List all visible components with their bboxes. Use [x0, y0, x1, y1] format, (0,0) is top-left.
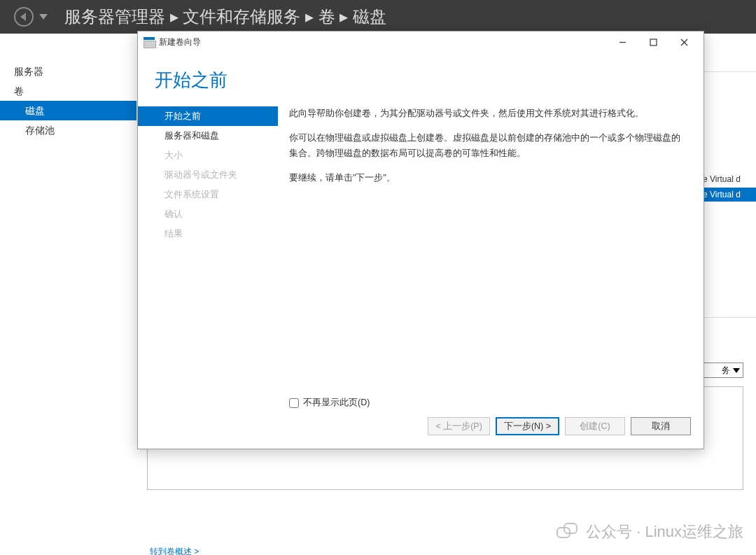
close-button[interactable]	[668, 32, 699, 52]
step-file-system: 文件系统设置	[138, 185, 278, 204]
create-button: 创建(C)	[565, 417, 625, 435]
sidebar-item-disks[interactable]: 磁盘	[0, 101, 136, 120]
step-before-you-begin[interactable]: 开始之前	[138, 106, 278, 126]
crumb-2[interactable]: 文件和存储服务	[183, 7, 300, 26]
history-dropdown-icon[interactable]	[39, 14, 48, 20]
maximize-button[interactable]	[638, 32, 668, 52]
cancel-button[interactable]: 取消	[631, 417, 691, 435]
next-button[interactable]: 下一步(N) >	[496, 417, 559, 435]
crumb-3[interactable]: 卷	[318, 7, 335, 26]
breadcrumb-bar: 服务器管理器 ▸ 文件和存储服务 ▸ 卷 ▸ 磁盘	[0, 0, 756, 34]
wizard-footer: < 上一步(P) 下一步(N) > 创建(C) 取消	[138, 411, 704, 449]
prev-button: < 上一步(P)	[428, 417, 489, 435]
page-title: 开始之前	[138, 52, 704, 104]
step-server-and-disk[interactable]: 服务器和磁盘	[138, 126, 278, 146]
new-volume-wizard: 新建卷向导 开始之前 开始之前 服务器和磁盘 大小 驱动器号或文件夹 文件系统设…	[137, 31, 704, 449]
crumb-4[interactable]: 磁盘	[353, 7, 386, 26]
step-size: 大小	[138, 146, 278, 165]
wizard-steps: 开始之前 服务器和磁盘 大小 驱动器号或文件夹 文件系统设置 确认 结果	[138, 104, 278, 411]
dont-show-again-checkbox[interactable]	[289, 398, 299, 408]
sidebar: 服务器 卷 磁盘 存储池	[0, 34, 136, 555]
step-drive-letter: 驱动器号或文件夹	[138, 165, 278, 185]
dont-show-again-label: 不再显示此页(D)	[303, 395, 370, 410]
intro-paragraph-2: 你可以在物理磁盘或虚拟磁盘上创建卷。虚拟磁盘是以前创建的存储池中的一个或多个物理…	[289, 131, 684, 161]
breadcrumb: 服务器管理器 ▸ 文件和存储服务 ▸ 卷 ▸ 磁盘	[64, 6, 386, 28]
svg-rect-1	[650, 39, 657, 45]
crumb-1[interactable]: 服务器管理器	[64, 7, 165, 26]
wizard-content: 此向导帮助你创建卷，为其分配驱动器号或文件夹，然后使用文件系统对其进行格式化。 …	[278, 104, 704, 411]
wechat-icon	[556, 523, 578, 541]
sidebar-item-servers[interactable]: 服务器	[0, 62, 136, 81]
tasks-label: 务	[722, 365, 730, 377]
sidebar-item-storage-pools[interactable]: 存储池	[0, 120, 136, 140]
tasks-dropdown[interactable]: 务	[701, 363, 743, 378]
intro-paragraph-3: 要继续，请单击"下一步"。	[289, 171, 684, 185]
sidebar-item-volumes[interactable]: 卷	[0, 81, 136, 101]
table-row[interactable]: e Virtual d	[700, 188, 756, 202]
goto-volume-overview-link[interactable]: 转到卷概述 >	[150, 546, 199, 555]
back-button[interactable]	[14, 7, 34, 27]
wizard-title: 新建卷向导	[159, 36, 201, 48]
chevron-down-icon	[733, 368, 740, 373]
minimize-button[interactable]	[607, 32, 638, 52]
step-confirm: 确认	[138, 204, 278, 224]
wizard-titlebar[interactable]: 新建卷向导	[138, 31, 704, 52]
intro-paragraph-1: 此向导帮助你创建卷，为其分配驱动器号或文件夹，然后使用文件系统对其进行格式化。	[289, 106, 684, 121]
dont-show-again[interactable]: 不再显示此页(D)	[289, 395, 684, 410]
arrow-left-icon	[20, 13, 26, 21]
step-results: 结果	[138, 224, 278, 244]
table-row[interactable]: e Virtual d	[700, 172, 756, 186]
wizard-app-icon	[144, 37, 155, 47]
